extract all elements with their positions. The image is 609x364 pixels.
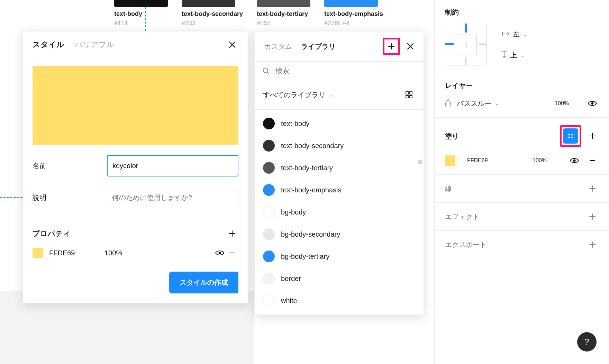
- close-icon[interactable]: [226, 38, 238, 51]
- inspector-panel: 制約 左 ⌄ 上 ⌄: [434, 0, 609, 364]
- library-modal: カスタム ライブラリ すべてのライブラリ ⌄ text-bodytext-bod…: [254, 31, 424, 315]
- scrollbar-thumb[interactable]: [418, 160, 422, 164]
- library-search-row: [255, 62, 424, 80]
- library-item[interactable]: text-body-emphasis: [255, 179, 424, 201]
- fill-opacity[interactable]: 100%: [533, 157, 547, 164]
- search-input[interactable]: [275, 66, 416, 75]
- effects-section[interactable]: エフェクト: [435, 203, 609, 231]
- visibility-icon[interactable]: [213, 247, 226, 259]
- tab-variable[interactable]: バリアブル: [75, 39, 115, 50]
- svg-point-10: [571, 137, 573, 138]
- constraints-widget[interactable]: [445, 24, 487, 65]
- color-dot: [263, 273, 275, 284]
- add-property-icon[interactable]: [226, 227, 238, 240]
- color-swatch[interactable]: text-body-emphasis#278EF4: [324, 0, 383, 27]
- constraint-bottom-indicator: [465, 57, 466, 65]
- horizontal-icon: [502, 30, 509, 38]
- color-dot: [263, 228, 275, 240]
- color-swatch[interactable]: text-body-tertiary#555: [257, 0, 310, 27]
- library-item-label: border: [281, 275, 301, 283]
- library-list: text-bodytext-body-secondarytext-body-te…: [255, 110, 424, 315]
- name-input[interactable]: [107, 155, 238, 176]
- swatch-hex: #555: [257, 20, 271, 27]
- library-item-label: text-body-emphasis: [281, 186, 342, 194]
- color-dot: [263, 162, 275, 174]
- color-dot: [263, 184, 275, 196]
- swatch-color: [257, 0, 310, 7]
- add-stroke-icon[interactable]: [586, 182, 599, 195]
- fill-hex: FFDE69: [467, 157, 488, 164]
- modal-header: スタイル バリアブル: [23, 31, 248, 58]
- remove-icon[interactable]: [226, 247, 238, 259]
- tab-library[interactable]: ライブラリ: [301, 42, 336, 51]
- color-opacity: 100%: [104, 249, 146, 257]
- blend-mode-dropdown[interactable]: パススルー ⌄: [457, 99, 499, 108]
- name-label: 名前: [33, 161, 107, 171]
- create-style-button[interactable]: スタイルの作成: [169, 272, 238, 293]
- add-export-icon[interactable]: [586, 238, 599, 251]
- constraint-horizontal-dropdown[interactable]: 左 ⌄: [502, 29, 527, 39]
- library-item[interactable]: text-body: [255, 112, 424, 135]
- stroke-title: 線: [445, 184, 452, 193]
- description-label: 説明: [33, 193, 107, 202]
- color-hex: FFDE69: [49, 249, 104, 257]
- swatch-color: [114, 0, 168, 7]
- layer-section: レイヤー パススルー ⌄ 100%: [435, 73, 609, 118]
- visibility-icon[interactable]: [586, 97, 599, 110]
- constraint-h-value: 左: [513, 29, 520, 39]
- add-fill-icon[interactable]: [586, 130, 599, 142]
- property-row[interactable]: FFDE69 100%: [23, 240, 248, 259]
- svg-rect-5: [410, 95, 412, 98]
- effects-title: エフェクト: [445, 212, 480, 221]
- swatch-color: [182, 0, 235, 7]
- color-swatch[interactable]: text-body-secondary#333: [182, 0, 243, 27]
- export-section[interactable]: エクスポート: [435, 231, 609, 258]
- close-icon[interactable]: [404, 40, 417, 53]
- create-style-modal: スタイル バリアブル 名前 説明 プロパティ FFDE69 100% スタイルの…: [22, 31, 248, 303]
- swatch-name: text-body: [114, 10, 142, 18]
- library-item[interactable]: bg-body-tertiary: [255, 245, 424, 267]
- visibility-icon[interactable]: [568, 154, 581, 167]
- library-item[interactable]: border: [255, 267, 424, 290]
- library-item-label: bg-body: [281, 208, 306, 216]
- library-header: カスタム ライブラリ: [255, 31, 424, 62]
- help-button[interactable]: ?: [577, 332, 597, 352]
- library-item[interactable]: text-body-tertiary: [255, 157, 424, 179]
- vertical-icon: [502, 51, 507, 60]
- chevron-down-icon: ⌄: [495, 101, 499, 106]
- grid-view-icon[interactable]: [403, 89, 415, 101]
- library-filter-dropdown[interactable]: すべてのライブラリ ⌄: [263, 90, 333, 100]
- chevron-down-icon: ⌄: [329, 92, 333, 98]
- chevron-down-icon: ⌄: [520, 53, 525, 58]
- styles-button[interactable]: [563, 128, 578, 144]
- export-title: エクスポート: [445, 240, 487, 249]
- layer-opacity-value[interactable]: 100%: [555, 100, 569, 107]
- swatch-color: [324, 0, 378, 7]
- properties-title: プロパティ: [33, 229, 226, 238]
- stroke-section[interactable]: 線: [435, 175, 609, 203]
- remove-icon[interactable]: [586, 154, 599, 167]
- library-item[interactable]: text-body-secondary: [255, 135, 424, 157]
- smart-guide-horizontal: [0, 197, 22, 198]
- tab-style[interactable]: スタイル: [33, 39, 64, 50]
- color-preview: [33, 66, 238, 145]
- constraint-vertical-dropdown[interactable]: 上 ⌄: [502, 51, 527, 60]
- add-style-icon[interactable]: [385, 40, 398, 53]
- tab-custom[interactable]: カスタム: [264, 42, 292, 51]
- svg-rect-3: [410, 92, 412, 94]
- library-item-label: white: [281, 297, 297, 305]
- library-item[interactable]: white: [255, 290, 424, 312]
- fill-row[interactable]: FFDE69 100%: [445, 154, 599, 167]
- constraints-center: [456, 35, 476, 55]
- description-input[interactable]: [107, 187, 238, 208]
- library-item[interactable]: bg-body-secondary: [255, 223, 424, 245]
- library-item[interactable]: bg-body: [255, 201, 424, 223]
- svg-point-7: [569, 134, 570, 136]
- layer-title: レイヤー: [445, 81, 599, 90]
- color-swatch[interactable]: text-body#111: [114, 0, 168, 27]
- svg-point-0: [219, 252, 221, 254]
- fill-chip: [445, 155, 455, 166]
- library-item-label: text-body-secondary: [281, 142, 344, 150]
- add-effect-icon[interactable]: [586, 210, 599, 223]
- fill-section: 塗り FFDE69 100%: [435, 118, 609, 175]
